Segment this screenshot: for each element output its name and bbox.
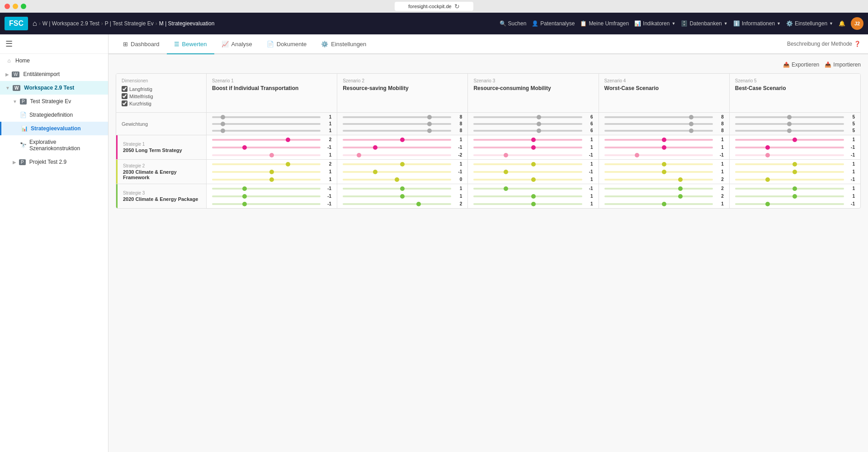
slider-track[interactable]: [604, 179, 713, 181]
slider-track[interactable]: [604, 195, 713, 197]
slider-row[interactable]: 1: [473, 145, 593, 150]
slider-row[interactable]: 1: [473, 177, 593, 182]
home-icon[interactable]: ⌂: [33, 19, 37, 28]
slider-track[interactable]: [473, 179, 582, 181]
slider-track[interactable]: [735, 147, 844, 148]
slider-track[interactable]: [604, 154, 713, 156]
slider-track[interactable]: [604, 116, 713, 118]
method-description-link[interactable]: Beschreibung der Methode ❓: [787, 41, 861, 47]
slider-row[interactable]: 8: [343, 114, 462, 119]
sidebar-item-strategiedefinition[interactable]: 📄 Strategiedefinition: [0, 108, 108, 122]
slider-track[interactable]: [735, 179, 844, 181]
slider-track[interactable]: [735, 139, 844, 141]
refresh-icon[interactable]: ↻: [454, 3, 460, 10]
slider-row[interactable]: 1: [473, 162, 593, 167]
sidebar-item-entitaetenimport[interactable]: ▶ W Entitätenimport: [0, 67, 108, 81]
slider-track[interactable]: [343, 154, 451, 156]
slider-row[interactable]: 1: [735, 169, 855, 174]
slider-track[interactable]: [343, 195, 451, 197]
slider-row[interactable]: 2: [604, 177, 724, 182]
slider-row[interactable]: -1: [735, 152, 855, 157]
slider-track[interactable]: [735, 188, 844, 190]
slider-track[interactable]: [735, 154, 844, 156]
sidebar-item-strategie-ev[interactable]: ▼ P Test Strategie Ev: [0, 95, 108, 108]
slider-row[interactable]: 1: [735, 137, 855, 142]
slider-track[interactable]: [604, 203, 713, 205]
slider-row[interactable]: 1: [735, 186, 855, 191]
notifications-nav-item[interactable]: 🔔: [839, 20, 845, 27]
slider-row[interactable]: -1: [212, 201, 331, 206]
slider-row[interactable]: -1: [735, 145, 855, 150]
slider-track[interactable]: [212, 147, 321, 148]
slider-row[interactable]: 1: [343, 137, 462, 142]
tab-einstellungen[interactable]: ⚙️ Einstellungen: [314, 34, 373, 54]
slider-row[interactable]: -2: [343, 152, 462, 157]
slider-row[interactable]: 1: [343, 162, 462, 167]
slider-row[interactable]: 2: [604, 186, 724, 191]
slider-row[interactable]: -1: [473, 169, 593, 174]
slider-track[interactable]: [343, 116, 451, 118]
slider-track[interactable]: [604, 139, 713, 141]
slider-row[interactable]: 1: [604, 201, 724, 206]
slider-track[interactable]: [212, 188, 321, 190]
settings-nav-item[interactable]: ⚙️ Einstellungen ▼: [786, 20, 833, 27]
slider-row[interactable]: 1: [604, 169, 724, 174]
info-nav-item[interactable]: ℹ️ Informationen ▼: [733, 20, 781, 27]
dim-langfristig[interactable]: Langfristig: [122, 86, 201, 92]
slider-row[interactable]: -1: [212, 145, 331, 150]
slider-row[interactable]: 8: [604, 128, 724, 133]
sidebar-item-projekt-test[interactable]: ▶ P Projekt Test 2.9: [0, 155, 108, 169]
slider-row[interactable]: 6: [473, 121, 593, 126]
slider-row[interactable]: 8: [604, 114, 724, 119]
close-button[interactable]: [5, 4, 10, 9]
tab-dokumente[interactable]: 📄 Dokumente: [259, 34, 314, 54]
slider-row[interactable]: 6: [473, 114, 593, 119]
maximize-button[interactable]: [21, 4, 26, 9]
slider-track[interactable]: [735, 123, 844, 125]
slider-track[interactable]: [343, 179, 451, 181]
slider-row[interactable]: 1: [604, 162, 724, 167]
slider-row[interactable]: 1: [343, 194, 462, 199]
slider-row[interactable]: 1: [212, 121, 331, 126]
slider-row[interactable]: 1: [604, 145, 724, 150]
export-button[interactable]: 📤 Exportieren: [783, 62, 819, 68]
slider-track[interactable]: [604, 130, 713, 132]
slider-track[interactable]: [735, 163, 844, 165]
slider-track[interactable]: [343, 203, 451, 205]
patent-nav-item[interactable]: 👤 Patentanalyse: [532, 20, 575, 27]
slider-row[interactable]: 5: [735, 114, 855, 119]
tab-dashboard[interactable]: ⊞ Dashboard: [116, 34, 167, 54]
sidebar-item-explorative[interactable]: 🔭 Explorative Szenariokonstruktion: [0, 135, 108, 155]
slider-track[interactable]: [343, 163, 451, 165]
slider-row[interactable]: 1: [212, 152, 331, 157]
slider-track[interactable]: [212, 123, 321, 125]
slider-track[interactable]: [604, 147, 713, 148]
breadcrumb-item-0[interactable]: W | Workspace 2.9 Test: [42, 20, 99, 27]
slider-row[interactable]: 5: [735, 128, 855, 133]
slider-row[interactable]: 1: [735, 162, 855, 167]
search-nav-item[interactable]: 🔍 Suchen: [500, 20, 527, 27]
tab-bewerten[interactable]: ☰ Bewerten: [167, 34, 214, 54]
dim-kurzfristig[interactable]: Kurzfristig: [122, 100, 201, 106]
slider-track[interactable]: [212, 171, 321, 173]
slider-row[interactable]: 6: [473, 128, 593, 133]
slider-track[interactable]: [212, 203, 321, 205]
slider-row[interactable]: -1: [343, 169, 462, 174]
indicators-nav-item[interactable]: 📊 Indikatoren ▼: [634, 20, 675, 27]
slider-track[interactable]: [735, 116, 844, 118]
slider-row[interactable]: 1: [212, 169, 331, 174]
hamburger-menu[interactable]: ☰: [5, 39, 103, 49]
slider-row[interactable]: 2: [212, 162, 331, 167]
breadcrumb-item-2[interactable]: M | Strategieevaluation: [159, 20, 215, 27]
slider-track[interactable]: [212, 130, 321, 132]
minimize-button[interactable]: [13, 4, 18, 9]
slider-track[interactable]: [343, 130, 451, 132]
slider-track[interactable]: [735, 130, 844, 132]
slider-row[interactable]: -1: [212, 186, 331, 191]
slider-track[interactable]: [735, 203, 844, 205]
slider-row[interactable]: 2: [212, 137, 331, 142]
slider-track[interactable]: [473, 154, 582, 156]
slider-track[interactable]: [473, 116, 582, 118]
slider-row[interactable]: 1: [473, 137, 593, 142]
slider-track[interactable]: [473, 171, 582, 173]
